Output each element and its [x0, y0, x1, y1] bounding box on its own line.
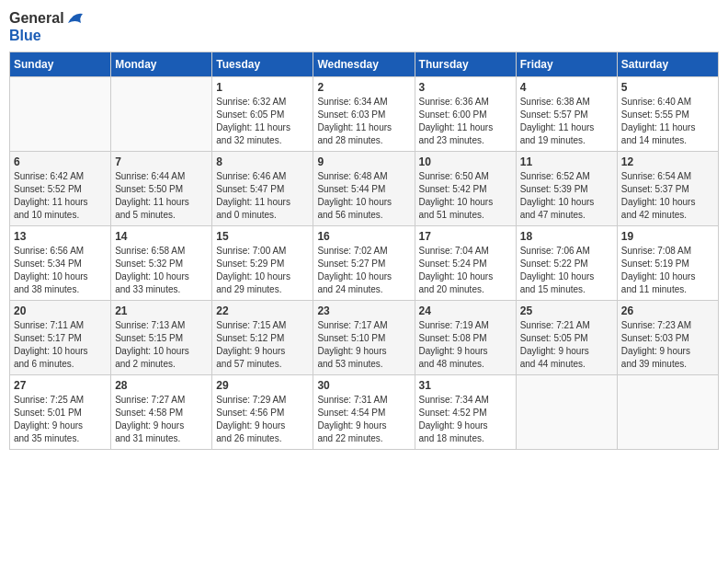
- day-number: 1: [216, 81, 309, 94]
- calendar-cell: 11Sunrise: 6:52 AM Sunset: 5:39 PM Dayli…: [516, 152, 617, 226]
- day-info: Sunrise: 6:42 AM Sunset: 5:52 PM Dayligh…: [14, 171, 88, 220]
- calendar-cell: 14Sunrise: 6:58 AM Sunset: 5:32 PM Dayli…: [111, 226, 212, 301]
- calendar-cell: 2Sunrise: 6:34 AM Sunset: 6:03 PM Daylig…: [313, 77, 415, 152]
- day-info: Sunrise: 6:52 AM Sunset: 5:39 PM Dayligh…: [520, 171, 595, 220]
- calendar-cell: 31Sunrise: 7:34 AM Sunset: 4:52 PM Dayli…: [415, 375, 516, 450]
- calendar-cell: 12Sunrise: 6:54 AM Sunset: 5:37 PM Dayli…: [617, 152, 718, 226]
- day-info: Sunrise: 7:27 AM Sunset: 4:58 PM Dayligh…: [115, 395, 185, 443]
- day-number: 6: [14, 155, 107, 168]
- day-info: Sunrise: 6:48 AM Sunset: 5:44 PM Dayligh…: [317, 171, 392, 220]
- calendar-cell: 26Sunrise: 7:23 AM Sunset: 5:03 PM Dayli…: [617, 301, 718, 375]
- calendar-cell: 19Sunrise: 7:08 AM Sunset: 5:19 PM Dayli…: [617, 226, 718, 301]
- calendar-cell: 28Sunrise: 7:27 AM Sunset: 4:58 PM Dayli…: [111, 375, 212, 450]
- weekday-header-tuesday: Tuesday: [212, 52, 313, 77]
- calendar-cell: 20Sunrise: 7:11 AM Sunset: 5:17 PM Dayli…: [10, 301, 111, 375]
- calendar-cell: 29Sunrise: 7:29 AM Sunset: 4:56 PM Dayli…: [212, 375, 313, 450]
- day-number: 24: [419, 304, 512, 317]
- day-number: 5: [621, 81, 714, 94]
- day-number: 29: [216, 379, 309, 392]
- day-info: Sunrise: 7:00 AM Sunset: 5:29 PM Dayligh…: [216, 246, 290, 294]
- day-number: 31: [419, 379, 512, 392]
- day-number: 13: [14, 230, 107, 243]
- calendar-cell: 27Sunrise: 7:25 AM Sunset: 5:01 PM Dayli…: [10, 375, 111, 450]
- day-info: Sunrise: 7:34 AM Sunset: 4:52 PM Dayligh…: [419, 395, 489, 443]
- calendar-cell: 7Sunrise: 6:44 AM Sunset: 5:50 PM Daylig…: [111, 152, 212, 226]
- day-info: Sunrise: 6:58 AM Sunset: 5:32 PM Dayligh…: [115, 246, 189, 294]
- day-number: 16: [317, 230, 410, 243]
- day-info: Sunrise: 7:13 AM Sunset: 5:15 PM Dayligh…: [115, 320, 189, 369]
- day-info: Sunrise: 7:19 AM Sunset: 5:08 PM Dayligh…: [419, 320, 489, 369]
- day-info: Sunrise: 6:40 AM Sunset: 5:55 PM Dayligh…: [621, 97, 696, 145]
- calendar-cell: 17Sunrise: 7:04 AM Sunset: 5:24 PM Dayli…: [415, 226, 516, 301]
- day-number: 18: [520, 230, 613, 243]
- calendar-cell: [10, 77, 111, 152]
- day-number: 21: [115, 304, 208, 317]
- calendar-cell: 22Sunrise: 7:15 AM Sunset: 5:12 PM Dayli…: [212, 301, 313, 375]
- calendar-cell: 21Sunrise: 7:13 AM Sunset: 5:15 PM Dayli…: [111, 301, 212, 375]
- calendar-cell: 8Sunrise: 6:46 AM Sunset: 5:47 PM Daylig…: [212, 152, 313, 226]
- calendar-header: General Blue: [9, 9, 719, 44]
- day-number: 8: [216, 155, 309, 168]
- day-info: Sunrise: 7:21 AM Sunset: 5:05 PM Dayligh…: [520, 320, 590, 369]
- weekday-header-sunday: Sunday: [10, 52, 111, 77]
- day-number: 30: [317, 379, 410, 392]
- day-info: Sunrise: 7:08 AM Sunset: 5:19 PM Dayligh…: [621, 246, 696, 294]
- day-info: Sunrise: 6:56 AM Sunset: 5:34 PM Dayligh…: [14, 246, 88, 294]
- logo-bird-icon: [66, 10, 86, 27]
- calendar-cell: 6Sunrise: 6:42 AM Sunset: 5:52 PM Daylig…: [10, 152, 111, 226]
- day-number: 10: [419, 155, 512, 168]
- week-row-2: 6Sunrise: 6:42 AM Sunset: 5:52 PM Daylig…: [10, 152, 719, 226]
- day-number: 28: [115, 379, 208, 392]
- day-info: Sunrise: 7:15 AM Sunset: 5:12 PM Dayligh…: [216, 320, 286, 369]
- calendar-cell: 10Sunrise: 6:50 AM Sunset: 5:42 PM Dayli…: [415, 152, 516, 226]
- calendar-cell: 30Sunrise: 7:31 AM Sunset: 4:54 PM Dayli…: [313, 375, 415, 450]
- day-number: 26: [621, 304, 714, 317]
- calendar-cell: [111, 77, 212, 152]
- day-number: 2: [317, 81, 410, 94]
- day-number: 17: [419, 230, 512, 243]
- day-info: Sunrise: 6:36 AM Sunset: 6:00 PM Dayligh…: [419, 97, 494, 145]
- calendar-cell: 1Sunrise: 6:32 AM Sunset: 6:05 PM Daylig…: [212, 77, 313, 152]
- day-number: 19: [621, 230, 714, 243]
- weekday-header-friday: Friday: [516, 52, 617, 77]
- week-row-3: 13Sunrise: 6:56 AM Sunset: 5:34 PM Dayli…: [10, 226, 719, 301]
- day-info: Sunrise: 6:34 AM Sunset: 6:03 PM Dayligh…: [317, 97, 392, 145]
- day-number: 14: [115, 230, 208, 243]
- day-info: Sunrise: 7:31 AM Sunset: 4:54 PM Dayligh…: [317, 395, 387, 443]
- day-info: Sunrise: 7:23 AM Sunset: 5:03 PM Dayligh…: [621, 320, 691, 369]
- day-number: 15: [216, 230, 309, 243]
- weekday-header-monday: Monday: [111, 52, 212, 77]
- day-info: Sunrise: 7:11 AM Sunset: 5:17 PM Dayligh…: [14, 320, 88, 369]
- day-info: Sunrise: 6:44 AM Sunset: 5:50 PM Dayligh…: [115, 171, 189, 220]
- day-info: Sunrise: 7:29 AM Sunset: 4:56 PM Dayligh…: [216, 395, 286, 443]
- logo: General Blue: [9, 9, 86, 44]
- day-number: 12: [621, 155, 714, 168]
- day-info: Sunrise: 7:17 AM Sunset: 5:10 PM Dayligh…: [317, 320, 387, 369]
- calendar-cell: 13Sunrise: 6:56 AM Sunset: 5:34 PM Dayli…: [10, 226, 111, 301]
- day-number: 7: [115, 155, 208, 168]
- day-info: Sunrise: 6:54 AM Sunset: 5:37 PM Dayligh…: [621, 171, 696, 220]
- calendar-cell: 16Sunrise: 7:02 AM Sunset: 5:27 PM Dayli…: [313, 226, 415, 301]
- calendar-cell: 3Sunrise: 6:36 AM Sunset: 6:00 PM Daylig…: [415, 77, 516, 152]
- day-number: 25: [520, 304, 613, 317]
- day-number: 22: [216, 304, 309, 317]
- calendar-cell: [617, 375, 718, 450]
- day-info: Sunrise: 6:32 AM Sunset: 6:05 PM Dayligh…: [216, 97, 290, 145]
- day-number: 3: [419, 81, 512, 94]
- weekday-header-saturday: Saturday: [617, 52, 718, 77]
- logo-general: General: [9, 9, 64, 27]
- day-info: Sunrise: 6:50 AM Sunset: 5:42 PM Dayligh…: [419, 171, 494, 220]
- calendar-cell: 18Sunrise: 7:06 AM Sunset: 5:22 PM Dayli…: [516, 226, 617, 301]
- day-number: 20: [14, 304, 107, 317]
- calendar-container: General Blue SundayMondayTuesdayWednesda…: [9, 9, 719, 450]
- calendar-cell: 5Sunrise: 6:40 AM Sunset: 5:55 PM Daylig…: [617, 77, 718, 152]
- day-info: Sunrise: 7:06 AM Sunset: 5:22 PM Dayligh…: [520, 246, 595, 294]
- weekday-header-row: SundayMondayTuesdayWednesdayThursdayFrid…: [10, 52, 719, 77]
- calendar-cell: 4Sunrise: 6:38 AM Sunset: 5:57 PM Daylig…: [516, 77, 617, 152]
- day-info: Sunrise: 7:25 AM Sunset: 5:01 PM Dayligh…: [14, 395, 84, 443]
- week-row-1: 1Sunrise: 6:32 AM Sunset: 6:05 PM Daylig…: [10, 77, 719, 152]
- weekday-header-wednesday: Wednesday: [313, 52, 415, 77]
- day-number: 9: [317, 155, 410, 168]
- calendar-cell: [516, 375, 617, 450]
- calendar-table: SundayMondayTuesdayWednesdayThursdayFrid…: [9, 52, 719, 450]
